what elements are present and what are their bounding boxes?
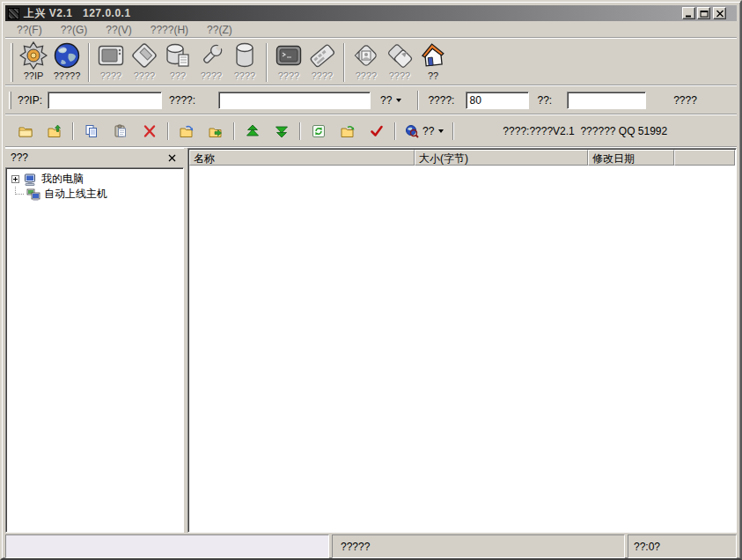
download-button[interactable] bbox=[270, 121, 293, 142]
toolbar-button-label: ??? bbox=[170, 70, 186, 81]
chevron-down-icon bbox=[396, 99, 401, 102]
sidebar-header: ??? bbox=[5, 148, 184, 167]
web-search-dropdown[interactable]: ?? bbox=[402, 121, 446, 142]
toolbar-button-label: ???? bbox=[389, 70, 410, 81]
ip-input[interactable] bbox=[48, 92, 162, 109]
toolbar-separator bbox=[343, 43, 345, 82]
main-area: ??? bbox=[5, 148, 737, 533]
computer-icon bbox=[24, 173, 38, 187]
close-button[interactable] bbox=[713, 7, 726, 19]
database-icon bbox=[231, 41, 259, 70]
port-input[interactable] bbox=[466, 92, 529, 109]
toolbar-button-keyboard[interactable]: ???? bbox=[305, 41, 339, 85]
sidebar-panel: ??? bbox=[5, 148, 184, 533]
main-toolbar: ??IP ????? ???? bbox=[5, 40, 737, 85]
app-info-text: ????:????V2.1 ?????? QQ 51992 bbox=[503, 125, 667, 137]
maximize-button[interactable] bbox=[697, 7, 710, 19]
toolbar-separator bbox=[88, 43, 90, 82]
open-folder-button[interactable] bbox=[14, 121, 37, 142]
home-icon bbox=[419, 41, 447, 70]
refresh-icon bbox=[312, 124, 326, 138]
toolbar-button-label: ???? bbox=[356, 70, 377, 81]
window-title: 上兴 V2.1 127.0.0.1 bbox=[24, 6, 131, 21]
chevron-down-icon bbox=[438, 129, 444, 133]
toolbar-button-label: ?? bbox=[428, 70, 438, 81]
download-folder-button[interactable] bbox=[175, 121, 198, 142]
toolbar-button-label: ??IP bbox=[24, 70, 44, 81]
folder-upload-icon bbox=[48, 124, 62, 138]
tree-item-my-computer[interactable]: 我的电脑 bbox=[6, 172, 183, 187]
sidebar-title: ??? bbox=[11, 151, 165, 164]
toolbar-button-photo-back[interactable]: ???? bbox=[349, 41, 383, 85]
minimize-button[interactable] bbox=[682, 7, 695, 19]
search-globe-icon bbox=[405, 124, 419, 138]
upload-folder-button[interactable] bbox=[43, 121, 66, 142]
toolbar-gripper[interactable] bbox=[11, 43, 13, 82]
toolbar-button-label: ???? bbox=[100, 70, 121, 81]
password-input[interactable] bbox=[567, 92, 646, 109]
check-icon bbox=[370, 124, 384, 138]
paste-button[interactable] bbox=[109, 121, 132, 142]
connect-button[interactable]: ???? bbox=[673, 94, 697, 107]
export-folder-button[interactable] bbox=[204, 121, 227, 142]
download-icon bbox=[275, 124, 289, 138]
file-toolbar: ?? ????:????V2.1 ?????? QQ 51992 bbox=[5, 115, 737, 147]
name-label: ????: bbox=[169, 94, 195, 107]
copy-button[interactable] bbox=[80, 121, 103, 142]
expand-plus-icon[interactable] bbox=[11, 175, 19, 183]
column-header-name[interactable]: 名称 bbox=[189, 150, 415, 166]
toolbar-separator bbox=[394, 122, 396, 140]
toolbar-button-label: ???? bbox=[312, 70, 333, 81]
toolbar-separator bbox=[167, 122, 169, 140]
app-window: 上兴 V2.1 127.0.0.1 ??(F) ??(G) ??(V) ????… bbox=[0, 0, 742, 560]
toolbar-button-label: ???? bbox=[234, 70, 255, 81]
toolbar-button-disk[interactable]: ???? bbox=[128, 41, 161, 85]
toolbar-button-database[interactable]: ???? bbox=[228, 41, 261, 85]
gear-ip-icon bbox=[19, 41, 48, 70]
refresh-button[interactable] bbox=[307, 121, 330, 142]
menu-file[interactable]: ??(F) bbox=[11, 23, 48, 37]
tree-item-online-hosts[interactable]: 自动上线主机 bbox=[6, 187, 183, 202]
menu-view[interactable]: ??(V) bbox=[100, 23, 136, 37]
toolbar-button-label: ???? bbox=[134, 70, 155, 81]
toolbar-gripper[interactable] bbox=[9, 92, 11, 109]
toolbar-button-gear-ip[interactable]: ??IP bbox=[17, 41, 50, 85]
name-input[interactable] bbox=[218, 92, 371, 109]
toolbar-button-monitor[interactable]: ???? bbox=[94, 41, 128, 85]
toolbar-button-label: ???? bbox=[278, 70, 299, 81]
confirm-button[interactable] bbox=[365, 121, 388, 142]
folder-go-icon bbox=[341, 124, 355, 138]
tree-item-label: 自动上线主机 bbox=[44, 187, 107, 202]
paste-icon bbox=[114, 124, 128, 138]
password-label: ??: bbox=[537, 94, 552, 107]
title-bar[interactable]: 上兴 V2.1 127.0.0.1 bbox=[5, 5, 737, 21]
tree-item-label: 我的电脑 bbox=[41, 172, 84, 187]
ip-label: ??IP: bbox=[18, 94, 42, 107]
host-tree: 我的电脑 自动上线主机 bbox=[5, 167, 184, 533]
menu-help[interactable]: ????(H) bbox=[145, 23, 194, 37]
column-header-date[interactable]: 修改日期 bbox=[588, 150, 674, 166]
address-toolbar: ??IP: ????: ?? ????: ??: ???? bbox=[5, 87, 737, 114]
column-header-size[interactable]: 大小(字节) bbox=[415, 150, 588, 166]
maximize-icon bbox=[700, 10, 709, 18]
minimize-icon bbox=[685, 10, 694, 18]
disk-diamond-icon bbox=[130, 41, 158, 70]
toolbar-button-terminal[interactable]: ???? bbox=[272, 41, 305, 85]
sidebar-close-button[interactable] bbox=[165, 151, 179, 164]
folder-download-icon bbox=[180, 124, 194, 138]
toolbar-button-cards[interactable]: ???? bbox=[383, 41, 416, 85]
menu-go[interactable]: ??(G) bbox=[55, 23, 93, 37]
mode-dropdown[interactable]: ?? bbox=[377, 92, 405, 109]
file-panel: 名称 大小(字节) 修改日期 bbox=[187, 148, 737, 533]
toolbar-separator bbox=[72, 122, 74, 140]
toolbar-button-home[interactable]: ?? bbox=[416, 41, 450, 85]
toolbar-separator bbox=[266, 43, 268, 82]
menu-about[interactable]: ??(Z) bbox=[202, 23, 238, 37]
toolbar-button-files[interactable]: ??? bbox=[161, 41, 195, 85]
delete-button[interactable] bbox=[138, 121, 161, 142]
upload-button[interactable] bbox=[241, 121, 264, 142]
toolbar-button-wrench[interactable]: ???? bbox=[195, 41, 228, 85]
toolbar-button-globe-scan[interactable]: ????? bbox=[50, 41, 84, 85]
toolbar-separator bbox=[299, 122, 301, 140]
go-folder-button[interactable] bbox=[336, 121, 359, 142]
